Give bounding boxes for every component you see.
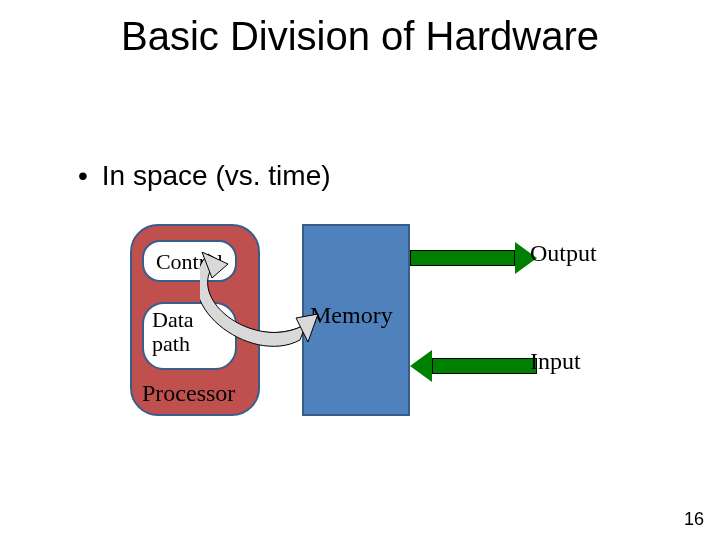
control-box: Control <box>142 240 237 282</box>
datapath-label: Data path <box>152 307 194 356</box>
page-number: 16 <box>684 509 704 530</box>
memory-label: Memory <box>310 302 393 329</box>
output-label: Output <box>530 240 597 267</box>
slide: Basic Division of Hardware In space (vs.… <box>0 0 720 540</box>
processor-label: Processor <box>142 380 235 407</box>
input-label: Input <box>530 348 581 375</box>
diagram: Processor Control Data path Memory Outpu… <box>0 0 720 540</box>
datapath-box: Data path <box>142 302 237 370</box>
